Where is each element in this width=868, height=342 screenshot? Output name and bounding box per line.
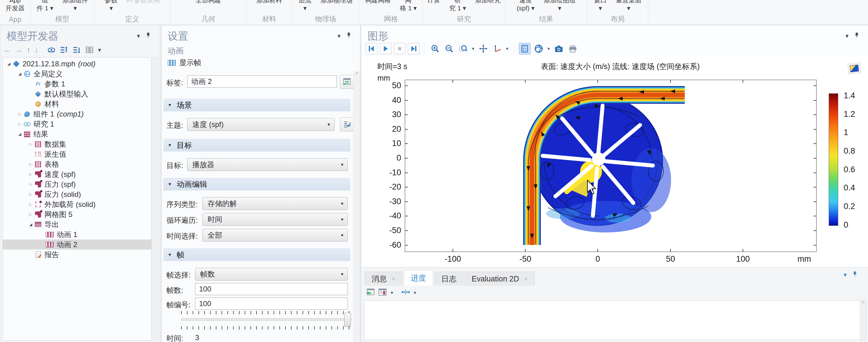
sync-theme-button[interactable] [340, 118, 354, 131]
tree-row-study-1[interactable]: ▷研究 1 [3, 119, 151, 129]
tree-row-component-1[interactable]: ▷组件 1(comp1) [3, 109, 151, 119]
tree-row-stress-solid[interactable]: ▷应力 (solid) [3, 189, 151, 199]
progress-column-icon[interactable] [378, 287, 387, 298]
tree-row-animation-2[interactable]: 动画 2 [3, 240, 151, 249]
toolbar-caret-icon[interactable]: ▾ [98, 46, 101, 54]
move-to-window-icon[interactable] [366, 287, 375, 298]
zoom-extents-button[interactable] [477, 43, 489, 55]
expander-closed-icon[interactable]: ▷ [27, 162, 34, 166]
add-component-button[interactable]: 添加组件▾ [62, 0, 88, 12]
dock-scrollbar[interactable]: ^ [860, 301, 866, 340]
target-select[interactable]: 播放器▾ [187, 158, 348, 171]
tree-row-report[interactable]: 报告 [3, 249, 151, 259]
scene-light-button[interactable] [533, 43, 545, 55]
expander-closed-icon[interactable]: ▷ [16, 122, 24, 126]
tree-row-pressure-spf[interactable]: ▷压力 (spf) [3, 179, 151, 189]
expander-closed-icon[interactable]: ▷ [27, 142, 34, 146]
add-material-button[interactable]: 添加材料 [256, 0, 282, 4]
expander-open-icon[interactable]: ◢ [27, 222, 34, 227]
add-physics-button[interactable]: 添加物理场 [320, 0, 352, 12]
tab-progress[interactable]: 进度 [404, 270, 433, 286]
plot-thumbnail-icon[interactable] [847, 63, 861, 74]
tree-row-global-definitions[interactable]: ◢全局定义 [3, 69, 151, 79]
stop-button[interactable] [394, 43, 405, 55]
build-mesh-button[interactable]: 构建网格 [365, 0, 391, 12]
section-target[interactable]: ▼目标 [163, 139, 350, 152]
theme-select[interactable]: 速度 (spf)▾ [187, 118, 335, 131]
tab-log[interactable]: 日志 [434, 272, 464, 286]
scene-menu-caret-icon[interactable]: ▾ [548, 46, 550, 52]
pin-icon[interactable] [346, 32, 351, 38]
dock-menu-caret-icon[interactable]: ▾ [844, 271, 847, 278]
columns-icon[interactable] [85, 45, 94, 54]
study-1-button[interactable]: 研究 1 ▾ [449, 0, 466, 12]
move-up-icon[interactable]: ↑ [27, 45, 30, 54]
expander-closed-icon[interactable]: ▷ [27, 172, 34, 177]
laminar-flow-button[interactable]: 层流▾ [299, 0, 311, 12]
tree-row-root[interactable]: ◢2021.12.18.mph(root) [3, 59, 151, 69]
back-icon[interactable]: ← [4, 45, 11, 54]
model-tree-scrollbar[interactable] [153, 57, 158, 341]
scroll-up-icon[interactable]: ^ [862, 301, 864, 306]
section-scene[interactable]: ▼场景 [163, 99, 350, 112]
frame-slider-track[interactable] [181, 318, 351, 321]
zoom-in-button[interactable] [429, 43, 441, 55]
edit-label-button[interactable] [340, 75, 354, 89]
show-toggle-icon[interactable] [48, 46, 55, 54]
time-selection-select[interactable]: 全部▾ [203, 229, 348, 242]
tree-row-animation-1[interactable]: 动画 1 [3, 229, 151, 240]
tree-row-applied-load-solid[interactable]: ▷外加载荷 (solid) [3, 199, 151, 209]
zoom-out-button[interactable] [443, 43, 455, 55]
scroll-up-icon[interactable]: ^ [355, 71, 358, 77]
velocity-spf-button[interactable]: 速度(spf) ▾ [517, 0, 534, 12]
panel-menu-caret-icon[interactable]: ▾ [845, 32, 848, 39]
parameter-case-button[interactable]: Pi参数实例 [127, 0, 160, 12]
plot-area[interactable]: 时间=3 s 表面: 速度大小 (m/s) 流线: 速度场 (空间坐标系) mm… [362, 56, 868, 267]
collapse-all-icon[interactable] [72, 45, 81, 54]
build-all-button[interactable]: 全部构建 [196, 0, 221, 4]
expander-closed-icon[interactable]: ▷ [27, 182, 34, 187]
expander-closed-icon[interactable]: ▷ [27, 192, 34, 196]
tab-evaluation-2d[interactable]: Evaluation 2D× [465, 272, 535, 286]
section-frames[interactable]: ▼帧 [163, 248, 350, 261]
close-icon[interactable]: × [524, 275, 528, 283]
play-button[interactable] [380, 43, 392, 55]
next-frame-button[interactable] [408, 43, 420, 55]
zoom-menu-caret-icon[interactable]: ▾ [472, 46, 474, 52]
snapshot-button[interactable] [553, 43, 564, 55]
view-menu-caret-icon[interactable]: ▾ [506, 46, 508, 52]
zoom-box-button[interactable] [458, 43, 469, 55]
windows-button[interactable]: 窗口▾ [594, 0, 607, 12]
app-builder-button[interactable]: App开发器 [5, 0, 25, 12]
panel-menu-caret-icon[interactable]: ▾ [137, 32, 140, 39]
tree-row-export[interactable]: ◢导出 [3, 219, 151, 229]
tree-row-mesh-plot-5[interactable]: ▷网格图 5 [3, 209, 151, 219]
parameters-button[interactable]: 参数▾ [105, 0, 118, 12]
expander-open-icon[interactable]: ◢ [5, 61, 12, 66]
expander-closed-icon[interactable]: ▷ [27, 202, 34, 207]
label-input[interactable]: 动画 2 [187, 75, 337, 88]
pin-icon[interactable] [146, 32, 151, 38]
expander-closed-icon[interactable]: ▷ [27, 212, 34, 217]
forward-icon[interactable]: → [15, 45, 23, 54]
section-animation-editing[interactable]: ▼动画编辑 [163, 178, 350, 190]
sequence-type-select[interactable]: 存储的解▾ [203, 197, 348, 210]
pin-icon[interactable] [852, 271, 858, 277]
tree-row-default-model-inputs[interactable]: 默认模型输入 [3, 89, 151, 99]
tree-row-datasets[interactable]: ▷数据集 [3, 139, 151, 149]
add-plot-group-button[interactable]: 添加绘图组▾ [544, 0, 576, 12]
tree-row-tables[interactable]: ▷表格 [3, 159, 151, 169]
frame-slider-thumb[interactable] [344, 313, 351, 327]
tree-row-velocity-spf[interactable]: ▷速度 (spf) [3, 169, 151, 179]
reset-desktop-button[interactable]: 重置桌面▾ [616, 0, 642, 12]
tree-row-parameters-1[interactable]: Pi参数 1 [3, 79, 151, 89]
grid-toggle-button[interactable] [519, 43, 530, 55]
print-button[interactable] [567, 43, 579, 55]
pin-icon[interactable] [854, 32, 860, 38]
panel-menu-caret-icon[interactable]: ▾ [338, 32, 341, 39]
add-study-button[interactable]: 添加研究 [475, 0, 501, 12]
compute-button[interactable]: 计算 [427, 0, 440, 12]
component-1-button[interactable]: 组件 1 ▾ [36, 0, 53, 12]
toolbar-caret-icon[interactable]: ▾ [391, 290, 393, 296]
tab-messages[interactable]: 消息× [365, 272, 403, 286]
